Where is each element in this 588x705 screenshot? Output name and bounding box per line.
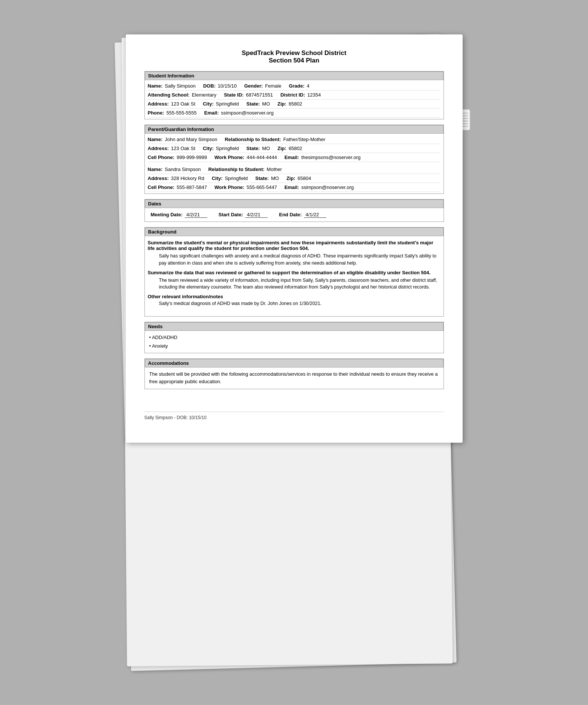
student-name-row: Name: Sally Simpson DOB: 10/15/10 Gender… (148, 82, 441, 91)
bg-question-2: Summarize the data that was reviewed or … (148, 270, 441, 275)
name-label: Name: (148, 83, 163, 89)
p1-zip-value: 65802 (289, 146, 302, 151)
background-section: Background Summarize the student's menta… (144, 227, 444, 317)
student-email: ssimpson@noserver.org (221, 110, 274, 116)
p2-addr-value: 328 Hickory Rd (171, 176, 204, 181)
dates-row: Meeting Date: 4/2/21 Start Date: 4/2/21 … (148, 210, 441, 220)
p2-city-label: City: (212, 176, 223, 181)
p1-rel-label: Relationship to Student: (225, 137, 281, 142)
parent-info-section: Parent/Guardian Information Name: John a… (144, 125, 444, 194)
student-gender: Female (265, 83, 281, 89)
needs-section: Needs • ADD/ADHD • Anxiety (144, 322, 444, 353)
end-date-label: End Date: (279, 212, 302, 217)
p2-cell-value: 555-887-5847 (177, 184, 207, 190)
p2-city-value: Springfield (225, 176, 248, 181)
other-answer: Sally's medical diagnosis of ADHD was ma… (159, 300, 441, 307)
city-label: City: (203, 101, 214, 107)
student-info-section: Student Information Name: Sally Simpson … (144, 71, 444, 119)
student-school-row: Attending School: Elementary State ID: 6… (148, 91, 441, 100)
end-date-field: End Date: 4/1/22 (279, 212, 326, 218)
document-footer: Sally Simpson - DOB: 10/15/10 (144, 412, 444, 420)
school-label: Attending School: (148, 92, 190, 98)
parent-info-header: Parent/Guardian Information (145, 125, 444, 134)
end-date-value: 4/1/22 (304, 212, 326, 218)
student-phone: 555-555-5555 (167, 110, 197, 116)
dates-header: Dates (145, 199, 444, 208)
p1-city-value: Springfield (216, 146, 239, 151)
accommodations-body: The student will be provided with the fo… (145, 367, 444, 389)
background-header: Background (145, 228, 444, 236)
parent-info-body: Name: John and Mary Simpson Relationship… (145, 134, 444, 193)
p1-state-label: State: (246, 146, 260, 151)
plan-title: Section 504 Plan (144, 57, 444, 64)
grade-label: Grade: (289, 83, 305, 89)
p2-zip-value: 65804 (298, 176, 311, 181)
student-address-row: Address: 123 Oak St City: Springfield St… (148, 100, 441, 109)
bg-answer-2: The team reviewed a wide variety of info… (159, 277, 441, 291)
p2-cell-label: Cell Phone: (148, 184, 175, 190)
accommodations-header: Accommodations (145, 359, 444, 367)
p1-city-label: City: (203, 146, 214, 151)
state-label: State: (246, 101, 260, 107)
dob-label: DOB: (203, 83, 216, 89)
meeting-date-field: Meeting Date: 4/2/21 (151, 212, 207, 218)
p2-zip-label: Zip: (286, 176, 295, 181)
student-address: 123 Oak St (171, 101, 195, 107)
other-label: Other relevant information/notes (148, 294, 441, 299)
phone-label: Phone: (148, 110, 164, 116)
parent2-name-row: Name: Sandra Simpson Relationship to Stu… (148, 165, 441, 174)
meeting-date-value: 4/2/21 (185, 212, 207, 218)
student-zip: 65802 (289, 101, 302, 107)
bg-answer-1: Sally has significant challenges with an… (159, 253, 441, 267)
gender-label: Gender: (244, 83, 263, 89)
p2-state-value: MO (271, 176, 279, 181)
zip-label: Zip: (277, 101, 286, 107)
student-grade: 4 (307, 83, 310, 89)
document-wrapper: SpedTrack Preview School District Sectio… (126, 34, 463, 671)
state-id-label: State ID: (224, 92, 244, 98)
parent1-address-row: Address: 123 Oak St City: Springfield St… (148, 144, 441, 153)
p1-cell-value: 999-999-9999 (177, 155, 207, 160)
p1-cell-label: Cell Phone: (148, 155, 175, 160)
parent2-address-row: Address: 328 Hickory Rd City: Springfiel… (148, 174, 441, 183)
p1-zip-label: Zip: (277, 146, 286, 151)
p1-name-label: Name: (148, 137, 163, 142)
needs-list: • ADD/ADHD • Anxiety (145, 331, 444, 353)
main-document: SpedTrack Preview School District Sectio… (126, 34, 463, 443)
p2-work-label: Work Phone: (214, 184, 244, 190)
student-info-header: Student Information (145, 71, 444, 80)
accommodations-description: The student will be provided with the fo… (149, 370, 439, 386)
address-label: Address: (148, 101, 169, 107)
p2-addr-label: Address: (148, 176, 169, 181)
parent1-phone-row: Cell Phone: 999-999-9999 Work Phone: 444… (148, 153, 441, 162)
p2-email-label: Email: (284, 184, 299, 190)
document-header: SpedTrack Preview School District Sectio… (144, 49, 444, 64)
p2-name-label: Name: (148, 167, 163, 172)
footer-dob-value: 10/15/10 (189, 415, 207, 420)
dates-body: Meeting Date: 4/2/21 Start Date: 4/2/21 … (145, 208, 444, 222)
meeting-date-label: Meeting Date: (151, 212, 183, 217)
student-phone-row: Phone: 555-555-5555 Email: ssimpson@nose… (148, 109, 441, 117)
p1-rel-value: Father/Step-Mother (283, 137, 326, 142)
bg-question-1: Summarize the student's mental or physic… (148, 240, 441, 251)
dates-section: Dates Meeting Date: 4/2/21 Start Date: 4… (144, 199, 444, 222)
student-name: Sally Simpson (165, 83, 195, 89)
p2-state-label: State: (255, 176, 269, 181)
p1-addr-value: 123 Oak St (171, 146, 195, 151)
p1-work-label: Work Phone: (214, 155, 244, 160)
student-info-body: Name: Sally Simpson DOB: 10/15/10 Gender… (145, 80, 444, 119)
student-state: MO (262, 101, 270, 107)
start-date-field: Start Date: 4/2/21 (219, 212, 268, 218)
p2-rel-value: Mother (267, 167, 282, 172)
school-district-title: SpedTrack Preview School District (144, 49, 444, 57)
start-date-value: 4/2/21 (245, 212, 268, 218)
parent2-phone-row: Cell Phone: 555-887-5847 Work Phone: 555… (148, 183, 441, 192)
p1-state-value: MO (262, 146, 270, 151)
p2-work-value: 555-665-5447 (247, 184, 277, 190)
student-dob: 10/15/10 (218, 83, 237, 89)
footer-dob-label: DOB: (177, 415, 188, 420)
accommodations-section: Accommodations The student will be provi… (144, 358, 444, 390)
p2-rel-label: Relationship to Student: (208, 167, 264, 172)
needs-header: Needs (145, 322, 444, 331)
student-district-id: 12354 (307, 92, 321, 98)
